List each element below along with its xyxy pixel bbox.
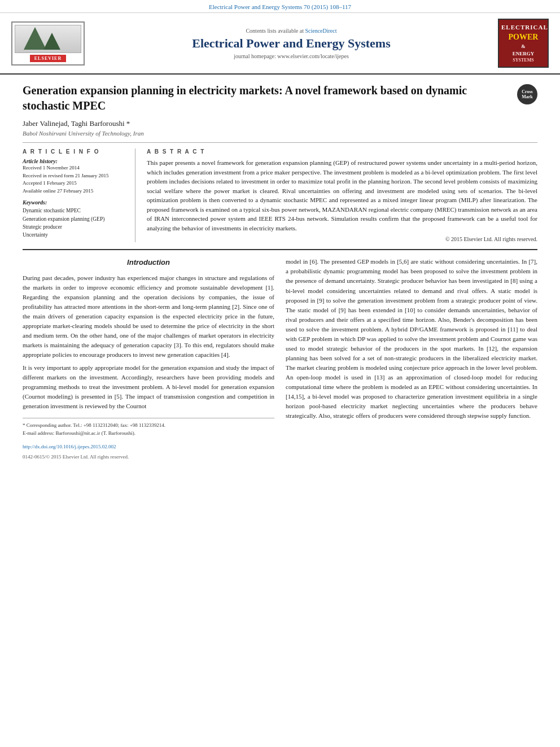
keywords-list: Dynamic stochastic MPEC Generation expan… <box>23 207 126 239</box>
body-content: Introduction During past decades, power … <box>23 257 537 461</box>
journal-header: ELSEVIER Contents lists available at Sci… <box>0 13 560 75</box>
sciencedirect-link[interactable]: ScienceDirect <box>305 28 336 34</box>
elsevier-label: ELSEVIER <box>30 55 66 62</box>
right-logo-energy: ENERGY <box>501 50 545 58</box>
keyword-3: Strategic producer <box>23 223 126 231</box>
sciencedirect-label: Contents lists available at ScienceDirec… <box>96 28 487 34</box>
keywords-label: Keywords: <box>23 199 126 206</box>
article-meta-section: A R T I C L E I N F O Article history: R… <box>23 148 537 242</box>
body-divider <box>23 249 537 250</box>
received-date: Received 1 November 2014 Received in rev… <box>23 164 126 195</box>
abstract-text: This paper presents a novel framework fo… <box>147 158 537 233</box>
abstract-section: A B S T R A C T This paper presents a no… <box>147 148 537 242</box>
right-logo-power: POWER <box>501 32 545 43</box>
journal-logo-right: ELECTRICAL POWER & ENERGY SYSTEMS <box>498 19 549 68</box>
article-history: Article history: Received 1 November 201… <box>23 158 126 195</box>
keywords-block: Keywords: Dynamic stochastic MPEC Genera… <box>23 199 126 239</box>
paper-title: Generation expansion planning in electri… <box>23 83 537 113</box>
doi[interactable]: http://dx.doi.org/10.1016/j.ijepes.2015.… <box>23 443 274 451</box>
authors: Jaber Valinejad, Taghi Barforoushi * <box>23 119 537 128</box>
paper-title-block: CrossMark Generation expansion planning … <box>23 83 537 113</box>
intro-right-para-1: model in [6]. The presented GEP models i… <box>286 257 537 421</box>
journal-citation: Electrical Power and Energy Systems 70 (… <box>209 3 351 10</box>
right-logo-systems: SYSTEMS <box>501 57 545 63</box>
keyword-1: Dynamic stochastic MPEC <box>23 207 126 215</box>
journal-title: Electrical Power and Energy Systems <box>96 36 487 51</box>
body-left-col: Introduction During past decades, power … <box>23 257 274 461</box>
right-logo-amp: & <box>501 43 545 50</box>
article-info: A R T I C L E I N F O Article history: R… <box>23 148 135 242</box>
top-bar: Electrical Power and Energy Systems 70 (… <box>0 0 560 13</box>
email-address: E-mail address: Barforoushi@nit.ac.ir (T… <box>23 430 274 438</box>
footnote: * Corresponding author. Tel.: +98 113231… <box>23 418 274 438</box>
corresponding-author: * Corresponding author. Tel.: +98 113231… <box>23 422 274 430</box>
keyword-2: Generation expansion planning (GEP) <box>23 215 126 223</box>
affiliation: Babol Noshirvani University of Technolog… <box>23 130 537 137</box>
right-logo-title: ELECTRICAL <box>501 23 545 32</box>
crossmark-badge: CrossMark <box>517 84 537 104</box>
intro-para-1: During past decades, power industry has … <box>23 273 274 360</box>
copyright: © 2015 Elsevier Ltd. All rights reserved… <box>147 236 537 242</box>
abstract-heading: A B S T R A C T <box>147 148 537 155</box>
keyword-4: Uncertainty <box>23 231 126 239</box>
elsevier-logo: ELSEVIER <box>11 21 85 65</box>
body-right-col: model in [6]. The presented GEP models i… <box>286 257 537 461</box>
main-content: CrossMark Generation expansion planning … <box>0 75 560 473</box>
journal-center: Contents lists available at ScienceDirec… <box>85 28 498 59</box>
article-info-heading: A R T I C L E I N F O <box>23 148 126 155</box>
journal-homepage: journal homepage: www.elsevier.com/locat… <box>96 53 487 59</box>
divider-1 <box>23 142 537 143</box>
intro-para-2: It is very important to apply appropriat… <box>23 363 274 411</box>
issn-copyright: 0142-0615/© 2015 Elsevier Ltd. All right… <box>23 453 274 461</box>
introduction-heading: Introduction <box>23 257 274 268</box>
history-label: Article history: <box>23 158 126 164</box>
